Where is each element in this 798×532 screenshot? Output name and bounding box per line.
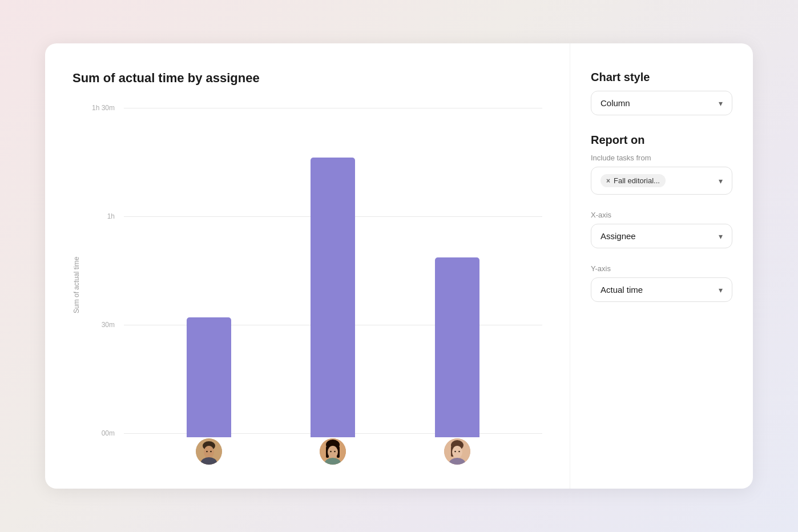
chart-area: Sum of actual time 1h 30m [72,104,542,466]
chart-style-dropdown[interactable]: Column ▾ [591,91,732,115]
y-axis-chevron-icon: ▾ [719,285,723,295]
include-tasks-chevron-icon: ▾ [719,176,723,186]
grid-label-00m: 00m [87,429,115,437]
avatar-row [124,437,542,466]
report-on-section: Report on Include tasks from × Fall edit… [591,134,732,195]
avatar-3 [444,438,470,465]
avatar-1 [196,438,222,465]
svg-point-17 [452,446,462,458]
chart-content: 1h 30m 1h 30m [87,104,542,466]
svg-point-12 [331,451,332,453]
tag-close-icon[interactable]: × [606,177,610,185]
svg-point-2 [204,446,214,458]
y-axis-section: Y-axis Actual time ▾ [591,264,732,302]
bar-2 [311,158,355,437]
x-axis-value: Assignee [600,231,636,241]
main-card: Sum of actual time by assignee Sum of ac… [45,43,753,489]
include-tasks-label: Include tasks from [591,154,732,162]
svg-point-19 [454,451,456,453]
fall-editorial-tag: × Fall editorial... [600,174,666,187]
bar-group-1 [187,317,231,437]
controls-panel: Chart style Column ▾ Report on Include t… [570,43,753,489]
chart-panel: Sum of actual time by assignee Sum of ac… [45,43,570,489]
avatar-2-svg [320,438,346,465]
tag-label: Fall editorial... [614,176,660,185]
grid-label-30m: 30m [87,321,115,329]
bar-1 [187,317,231,437]
avatar-2 [320,438,346,465]
y-axis-dropdown[interactable]: Actual time ▾ [591,277,732,302]
bar-group-2 [311,158,355,437]
bar-3 [435,257,479,437]
grid-label-1h: 1h [87,212,115,220]
chart-style-section: Chart style Column ▾ [591,71,732,115]
bars-area [124,104,542,437]
y-axis-value: Actual time [600,285,643,295]
svg-point-4 [206,451,208,453]
chart-style-title: Chart style [591,71,732,84]
chevron-down-icon: ▾ [719,99,723,108]
avatar-3-svg [444,438,470,465]
x-axis-chevron-icon: ▾ [719,232,723,241]
bar-group-3 [435,257,479,437]
svg-point-10 [328,446,338,458]
report-on-title: Report on [591,134,732,147]
x-axis-label: X-axis [591,211,732,219]
grid-label-1h30m: 1h 30m [87,104,115,112]
x-axis-dropdown[interactable]: Assignee ▾ [591,224,732,248]
x-axis-section: X-axis Assignee ▾ [591,211,732,248]
include-tasks-dropdown[interactable]: × Fall editorial... ▾ [591,167,732,195]
chart-title: Sum of actual time by assignee [72,71,542,86]
y-axis-label-ctrl: Y-axis [591,264,732,273]
chart-style-value: Column [600,98,630,108]
tag-dropdown: × Fall editorial... [600,174,666,187]
svg-point-13 [334,451,336,453]
avatar-1-svg [196,438,222,465]
svg-point-5 [210,451,212,453]
grid-bars-container: 1h 30m 1h 30m [87,104,542,466]
svg-point-20 [458,451,460,453]
y-axis-label: Sum of actual time [72,104,80,466]
